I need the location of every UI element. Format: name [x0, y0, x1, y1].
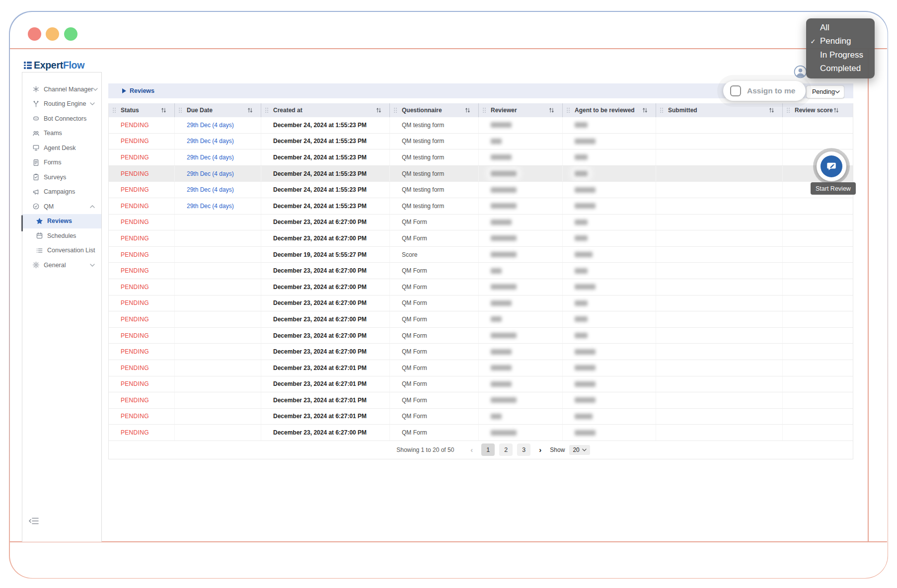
table-row[interactable]: PENDINGDecember 23, 2024 at 6:27:00 PMQM…	[109, 311, 853, 328]
sidebar-item-agent-desk[interactable]: Agent Desk	[22, 141, 101, 155]
agent-redacted	[575, 349, 596, 355]
status-badge: PENDING	[121, 284, 149, 291]
sidebar-item-general[interactable]: General	[22, 258, 101, 273]
page-button-2[interactable]: 2	[499, 443, 513, 456]
sidebar-item-surveys[interactable]: Surveys	[22, 170, 101, 185]
due-date-link[interactable]: 29th Dec (4 days)	[187, 186, 234, 193]
column-header-agent-to-be-reviewed[interactable]: Agent to be reviewed	[563, 103, 656, 117]
sidebar-item-qm[interactable]: QM	[22, 199, 101, 214]
reviewer-redacted	[491, 154, 512, 160]
minimize-window-button[interactable]	[46, 27, 59, 41]
previous-page-button[interactable]: ‹	[466, 445, 477, 454]
chevron-down-icon	[90, 102, 95, 105]
agent-redacted	[575, 187, 596, 193]
status-filter-select[interactable]: Pending	[806, 85, 844, 98]
sidebar-item-conversation-list[interactable]: Conversation List	[22, 243, 101, 258]
due-date-link[interactable]: 29th Dec (4 days)	[187, 122, 234, 129]
dropdown-option-all[interactable]: All	[806, 21, 875, 35]
table-row[interactable]: PENDINGDecember 23, 2024 at 6:27:01 PMQM…	[109, 392, 853, 409]
table-row[interactable]: PENDINGDecember 23, 2024 at 6:27:00 PMQM…	[109, 328, 853, 344]
sort-arrows-icon[interactable]	[548, 107, 555, 113]
table-row[interactable]: PENDINGDecember 23, 2024 at 6:27:00 PMQM…	[109, 215, 853, 231]
questionnaire: QM Form	[402, 299, 427, 306]
reviewer-redacted	[491, 220, 512, 225]
assign-to-me-label: Assign to me	[747, 86, 795, 95]
column-header-due-date[interactable]: Due Date	[175, 103, 261, 117]
sidebar-item-channel-manager[interactable]: Channel Manager	[22, 82, 101, 97]
sidebar-item-reviews[interactable]: Reviews	[22, 214, 101, 229]
due-date-link[interactable]: 29th Dec (4 days)	[187, 154, 234, 161]
table-row[interactable]: PENDING29th Dec (4 days)December 24, 202…	[109, 166, 853, 182]
dropdown-option-pending[interactable]: ✓Pending	[806, 35, 875, 49]
column-header-reviewer[interactable]: Reviewer	[479, 103, 563, 117]
user-avatar-icon[interactable]	[794, 65, 807, 78]
due-date-link[interactable]: 29th Dec (4 days)	[187, 138, 234, 145]
table-row[interactable]: PENDINGDecember 23, 2024 at 6:27:00 PMQM…	[109, 230, 853, 247]
dropdown-option-in-progress[interactable]: In Progress	[806, 48, 875, 62]
questionnaire: QM Form	[402, 332, 427, 339]
collapse-sidebar-icon[interactable]	[28, 517, 39, 526]
sort-arrows-icon[interactable]	[464, 107, 471, 113]
questionnaire: QM Form	[402, 413, 427, 420]
drag-handle-icon[interactable]	[786, 107, 790, 113]
close-window-button[interactable]	[28, 27, 41, 41]
column-header-submitted[interactable]: Submitted	[656, 103, 783, 117]
column-label: Created at	[273, 107, 302, 114]
due-date-link[interactable]: 29th Dec (4 days)	[187, 170, 234, 177]
column-header-questionnaire[interactable]: Questionnaire	[390, 103, 479, 117]
column-header-review-score[interactable]: Review score	[783, 103, 854, 117]
breadcrumb[interactable]: Reviews	[122, 87, 154, 94]
sort-arrows-icon[interactable]	[160, 107, 167, 113]
due-date-link[interactable]: 29th Dec (4 days)	[187, 203, 234, 210]
agent-redacted	[575, 203, 596, 209]
drag-handle-icon[interactable]	[393, 107, 397, 113]
questionnaire: QM testing form	[402, 186, 444, 193]
assign-to-me-checkbox[interactable]	[730, 85, 741, 96]
next-page-button[interactable]: ›	[535, 445, 545, 454]
table-row[interactable]: PENDINGDecember 23, 2024 at 6:27:00 PMQM…	[109, 279, 853, 295]
drag-handle-icon[interactable]	[566, 107, 570, 113]
table-row[interactable]: PENDING29th Dec (4 days)December 24, 202…	[109, 182, 853, 198]
dropdown-option-completed[interactable]: Completed	[806, 62, 875, 76]
page-button-1[interactable]: 1	[481, 443, 495, 456]
column-header-status[interactable]: Status	[109, 103, 175, 117]
sort-arrows-icon[interactable]	[642, 107, 648, 113]
drag-handle-icon[interactable]	[112, 107, 116, 113]
drag-handle-icon[interactable]	[482, 107, 486, 113]
table-row[interactable]: PENDINGDecember 23, 2024 at 6:27:01 PMQM…	[109, 376, 853, 393]
sort-arrows-icon[interactable]	[833, 107, 839, 113]
sidebar-item-schedules[interactable]: Schedules	[22, 228, 101, 243]
sidebar-item-campaigns[interactable]: Campaigns	[22, 185, 101, 200]
sort-arrows-icon[interactable]	[768, 107, 775, 113]
sidebar-item-teams[interactable]: Teams	[22, 126, 101, 141]
table-row[interactable]: PENDING29th Dec (4 days)December 24, 202…	[109, 134, 853, 150]
table-row[interactable]: PENDINGDecember 23, 2024 at 6:27:01 PMQM…	[109, 409, 853, 425]
table-row[interactable]: PENDINGDecember 23, 2024 at 6:27:00 PMQM…	[109, 425, 853, 441]
table-row[interactable]: PENDINGDecember 23, 2024 at 6:27:01 PMQM…	[109, 360, 853, 376]
start-review-button[interactable]	[821, 155, 842, 177]
status-badge: PENDING	[121, 348, 149, 355]
reviewer-redacted	[491, 252, 517, 257]
drag-handle-icon[interactable]	[660, 107, 664, 113]
sidebar-item-bot-connectors[interactable]: Bot Connectors	[22, 111, 101, 126]
sidebar-item-forms[interactable]: Forms	[22, 155, 101, 170]
sidebar-item-routing-engine[interactable]: Routing Engine	[22, 97, 101, 112]
drag-handle-icon[interactable]	[265, 107, 269, 113]
page-size-select[interactable]: 20	[569, 445, 590, 455]
sort-arrows-icon[interactable]	[247, 107, 253, 113]
table-row[interactable]: PENDINGDecember 23, 2024 at 6:27:00 PMQM…	[109, 344, 853, 360]
agent-redacted	[575, 268, 588, 274]
drag-handle-icon[interactable]	[178, 107, 182, 113]
page-button-3[interactable]: 3	[517, 443, 530, 456]
table-row[interactable]: PENDING29th Dec (4 days)December 24, 202…	[109, 117, 853, 134]
sidebar-scrollbar[interactable]	[21, 215, 23, 231]
zoom-window-button[interactable]	[64, 27, 77, 41]
table-row[interactable]: PENDINGDecember 19, 2024 at 5:55:27 PMSc…	[109, 247, 853, 263]
table-row[interactable]: PENDING29th Dec (4 days)December 24, 202…	[109, 198, 853, 215]
table-row[interactable]: PENDING29th Dec (4 days)December 24, 202…	[109, 149, 853, 166]
table-row[interactable]: PENDINGDecember 23, 2024 at 6:27:00 PMQM…	[109, 295, 853, 312]
table-row[interactable]: PENDINGDecember 23, 2024 at 6:27:00 PMQM…	[109, 263, 853, 279]
column-header-created-at[interactable]: Created at	[261, 103, 390, 117]
status-badge: PENDING	[121, 219, 149, 225]
sort-arrows-icon[interactable]	[375, 107, 382, 113]
